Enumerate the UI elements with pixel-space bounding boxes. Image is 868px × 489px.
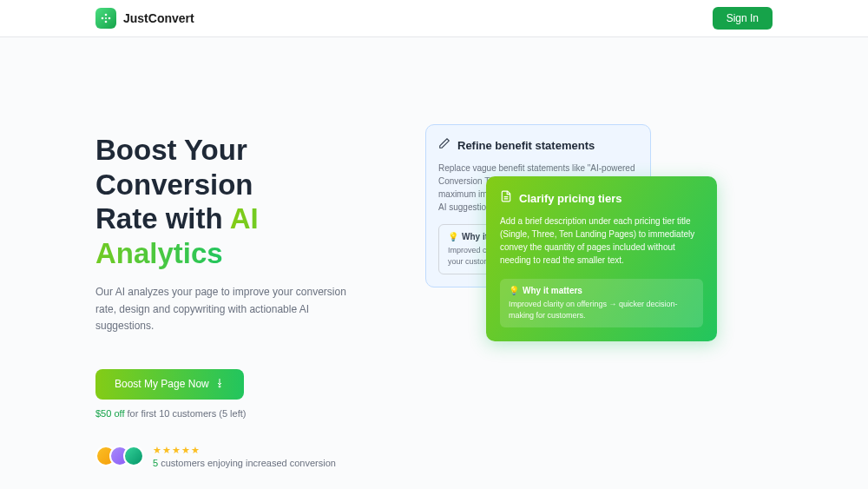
card-header: Refine benefit statements	[438, 137, 638, 153]
card-title: Clarify pricing tiers	[519, 192, 621, 205]
svg-point-1	[102, 17, 104, 20]
logo-link[interactable]: JustConvert	[95, 8, 194, 29]
star-rating-icon: ★★★★★	[153, 445, 336, 456]
document-icon	[500, 190, 512, 206]
point-down-icon	[214, 378, 225, 391]
box-header: 💡 Why it matters	[509, 286, 694, 295]
brand-name: JustConvert	[123, 11, 194, 25]
header: JustConvert Sign In	[0, 0, 868, 37]
suggestion-card-clarify: Clarify pricing tiers Add a brief descri…	[486, 176, 717, 341]
header-inner: JustConvert Sign In	[78, 7, 790, 30]
box-body: Improved clarity on offerings → quicker …	[509, 299, 694, 320]
social-right: ★★★★★ 5 customers enjoying increased con…	[153, 445, 336, 468]
promo-discount: $50 off	[95, 408, 124, 419]
social-text: 5 customers enjoying increased conversio…	[153, 458, 336, 468]
hero-subtitle: Our AI analyzes your page to improve you…	[95, 284, 365, 334]
svg-point-0	[105, 14, 108, 17]
signin-button[interactable]: Sign In	[713, 7, 773, 30]
card-body: Add a brief description under each prici…	[500, 215, 703, 267]
svg-point-3	[105, 21, 108, 23]
why-matters-box: 💡 Why it matters Improved clarity on off…	[500, 279, 703, 327]
card-header: Clarify pricing tiers	[500, 190, 703, 206]
social-text-rest: customers enjoying increased conversion	[158, 458, 336, 468]
promo-text: $50 off for first 10 customers (5 left)	[95, 408, 391, 419]
social-proof: ★★★★★ 5 customers enjoying increased con…	[95, 445, 391, 468]
hero-left: Boost Your Conversion Rate with AI Analy…	[95, 133, 391, 468]
hero-section: Boost Your Conversion Rate with AI Analy…	[78, 37, 790, 489]
svg-point-5	[219, 386, 220, 387]
box-title: Why it matters	[523, 286, 582, 295]
cta-label: Boost My Page Now	[115, 378, 209, 390]
logo-icon	[95, 8, 116, 29]
hero-right: Refine benefit statements Replace vague …	[425, 133, 773, 468]
card-title: Refine benefit statements	[457, 139, 595, 152]
avatar-stack	[95, 446, 144, 466]
cta-button[interactable]: Boost My Page Now	[95, 369, 244, 400]
svg-point-2	[108, 17, 111, 20]
hero-title: Boost Your Conversion Rate with AI Analy…	[95, 133, 391, 270]
hero-title-line1: Boost Your Conversion	[95, 134, 253, 201]
hero-title-line2a: Rate with	[95, 202, 230, 235]
avatar	[123, 446, 144, 466]
pencil-icon	[438, 137, 450, 153]
svg-point-4	[105, 17, 107, 19]
bulb-icon: 💡	[448, 232, 458, 241]
bulb-icon: 💡	[509, 286, 519, 295]
promo-rest: for first 10 customers (5 left)	[124, 408, 246, 419]
